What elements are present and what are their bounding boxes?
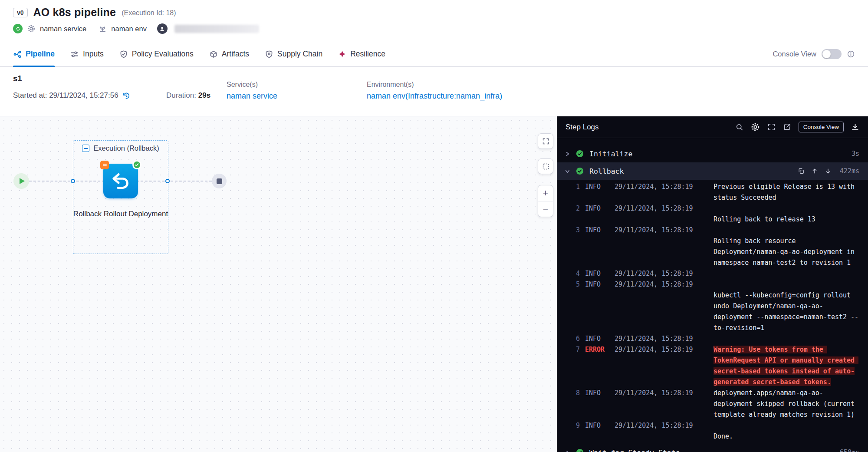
tab-inputs[interactable]: Inputs [70, 42, 104, 66]
console-view-button[interactable]: Console View [799, 122, 844, 132]
log-line: 8 INFO 29/11/2024, 15:28:19 deployment.a… [557, 388, 868, 420]
log-line: 1 INFO 29/11/2024, 15:28:19 Previous eli… [557, 181, 868, 203]
tab-label: Resilience [350, 49, 385, 59]
copy-logs-icon[interactable] [798, 168, 805, 175]
log-message: Done. [713, 420, 861, 442]
stage-summary-bar: s1 Started at: 29/11/2024, 15:27:56 Dura… [0, 67, 868, 116]
log-line: 7 ERROR 29/11/2024, 15:28:19 Warning: Us… [557, 344, 868, 388]
log-line-number: 7 [564, 344, 580, 388]
log-level: INFO [585, 420, 609, 442]
log-timestamp: 29/11/2024, 15:28:19 [615, 203, 708, 225]
log-section-initialize[interactable]: Initialize 3s [557, 145, 868, 162]
edge-connector [71, 179, 75, 183]
log-section-rollback[interactable]: Rollback 422ms [557, 162, 868, 180]
log-line-number: 6 [564, 333, 580, 344]
log-timestamp: 29/11/2024, 15:28:19 [615, 279, 708, 333]
strategy-badge-icon [100, 161, 109, 169]
duration-value: 29s [198, 91, 210, 99]
section-name: Rollback [589, 167, 624, 175]
canvas-fullscreen-button[interactable] [538, 133, 553, 149]
zoom-out-button[interactable]: − [538, 201, 553, 217]
scroll-to-top-icon[interactable] [811, 168, 818, 175]
log-line-number: 3 [564, 225, 580, 268]
log-line-number: 5 [564, 279, 580, 333]
rollback-arrow-icon [109, 170, 132, 192]
log-line-number: 8 [564, 388, 580, 420]
success-check-icon [576, 167, 584, 175]
collapse-group-button[interactable] [82, 145, 89, 152]
download-logs-icon[interactable] [851, 123, 859, 131]
log-level: INFO [585, 203, 609, 225]
tab-supply-chain[interactable]: Supply Chain [265, 42, 322, 66]
tab-pipeline[interactable]: Pipeline [13, 42, 55, 66]
log-message: Warning: Use tokens from the TokenReques… [713, 344, 861, 388]
chevron-right-icon [565, 151, 570, 157]
page-title: AO k8s pipeline [33, 6, 116, 19]
section-duration: 3s [852, 150, 859, 158]
supply-chain-icon [265, 50, 273, 59]
tab-artifacts[interactable]: Artifacts [209, 42, 249, 66]
section-name: Wait for Steady State [589, 449, 680, 452]
artifacts-box-icon [209, 50, 218, 59]
log-section-wait-for-steady-state[interactable]: Wait for Steady State 658ms [557, 444, 868, 452]
log-settings-gear-icon[interactable] [751, 122, 760, 132]
log-message: kubectl --kubeconfig=config rollout undo… [713, 279, 861, 333]
execution-tab-bar: Pipeline Inputs Policy Evaluations Artif… [0, 42, 868, 67]
execution-header: v0 AO k8s pipeline (Execution Id: 18) na… [0, 0, 868, 42]
scroll-to-bottom-icon[interactable] [825, 168, 832, 175]
log-timestamp: 29/11/2024, 15:28:19 [615, 388, 708, 420]
log-message: Previous eligible Release is 13 with sta… [713, 181, 861, 203]
console-view-label: Console View [773, 50, 816, 58]
log-search-icon[interactable] [736, 123, 743, 131]
open-in-new-tab-icon[interactable] [783, 123, 791, 131]
tab-policy-evaluations[interactable]: Policy Evaluations [119, 42, 194, 66]
duration-label: Duration: [166, 91, 196, 99]
info-icon[interactable] [847, 50, 855, 58]
services-label: Service(s) [227, 81, 277, 89]
log-line: 6 INFO 29/11/2024, 15:28:19 [557, 333, 868, 344]
log-timestamp: 29/11/2024, 15:28:19 [615, 344, 708, 388]
cd-module-icon [13, 24, 23, 33]
log-expand-icon[interactable] [767, 123, 776, 131]
tab-resilience[interactable]: Resilience [338, 42, 385, 66]
zoom-in-button[interactable]: + [538, 185, 553, 201]
redacted-user-text [174, 25, 259, 33]
pipeline-start-node[interactable] [13, 173, 29, 189]
log-level: INFO [585, 333, 609, 344]
canvas-select-button[interactable] [538, 158, 553, 174]
log-message [713, 333, 861, 344]
history-icon[interactable] [122, 92, 130, 100]
pipeline-canvas[interactable]: Execution (Rollback) Rollback Rollout De… [0, 116, 557, 452]
log-timestamp: 29/11/2024, 15:28:19 [615, 225, 708, 268]
environment-link[interactable]: naman env(Infrastructure:naman_infra) [367, 92, 502, 101]
environment-icon [99, 25, 107, 33]
rollback-step-node[interactable] [103, 164, 138, 198]
tab-label: Policy Evaluations [132, 49, 194, 59]
console-view-toggle[interactable] [822, 49, 842, 59]
section-duration: 422ms [840, 167, 859, 175]
chevron-right-icon [565, 450, 570, 452]
log-message: Rolling back to release 13 [713, 203, 861, 225]
log-line-number: 4 [564, 268, 580, 279]
log-timestamp: 29/11/2024, 15:28:19 [615, 420, 708, 442]
log-level: INFO [585, 388, 609, 420]
service-gear-icon [27, 24, 36, 33]
environment-name: naman env [111, 25, 147, 33]
log-line: 5 INFO 29/11/2024, 15:28:19 kubectl --ku… [557, 279, 868, 333]
policy-shield-icon [119, 50, 128, 59]
tab-label: Supply Chain [277, 49, 322, 59]
log-message [713, 268, 861, 279]
tab-label: Artifacts [222, 49, 249, 59]
service-link[interactable]: naman service [227, 92, 277, 101]
log-line: 4 INFO 29/11/2024, 15:28:19 [557, 268, 868, 279]
pipeline-end-node[interactable] [212, 174, 227, 188]
started-at-text: Started at: 29/11/2024, 15:27:56 [13, 91, 118, 100]
log-timestamp: 29/11/2024, 15:28:19 [615, 268, 708, 279]
log-line-number: 9 [564, 420, 580, 442]
log-lines-container[interactable]: 1 INFO 29/11/2024, 15:28:19 Previous eli… [557, 180, 868, 444]
success-check-icon [576, 449, 584, 452]
log-message: Rolling back resource Deployment/naman-q… [713, 225, 861, 268]
triggered-by-avatar [157, 23, 168, 34]
log-level: INFO [585, 181, 609, 203]
inputs-icon [70, 50, 79, 59]
